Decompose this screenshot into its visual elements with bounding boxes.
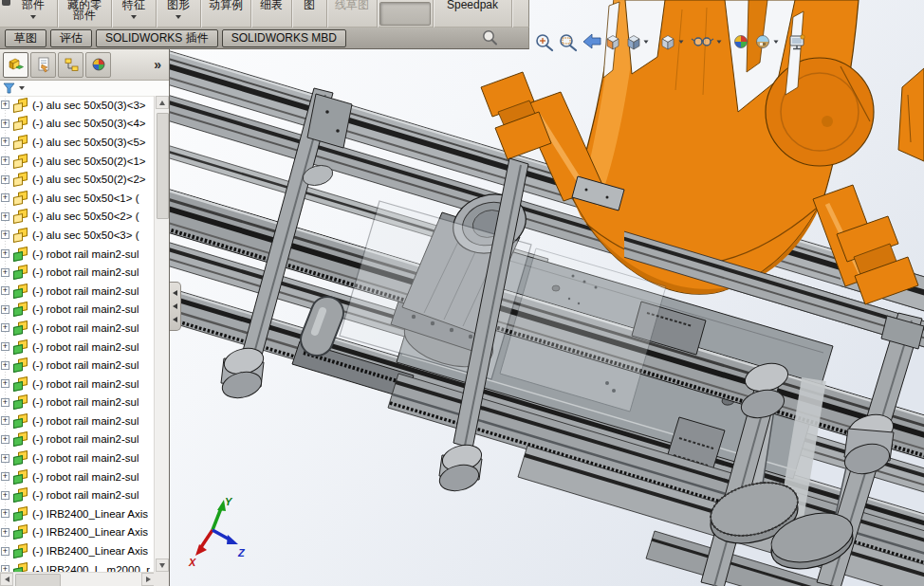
ribbon-button-exploded-view[interactable]: 图 <box>294 0 324 27</box>
tree-item[interactable]: +(-) alu sec 50x50(2)<1> <box>0 152 155 171</box>
tree-item[interactable]: +(-) robot rail main2-sul <box>0 412 155 430</box>
tree-item[interactable]: +(-) robot rail main2-sul <box>0 375 155 394</box>
expand-toggle[interactable]: + <box>1 342 9 351</box>
displaymanager-icon <box>90 56 107 73</box>
tree-item[interactable]: +(-) robot rail main2-sul <box>0 356 155 375</box>
expand-toggle[interactable]: + <box>1 379 9 388</box>
expand-toggle[interactable]: + <box>1 454 9 463</box>
tree-item[interactable]: +(-) IRB2400_Linear Axis <box>0 523 155 542</box>
tree-item[interactable]: +(-) robot rail main2-sul <box>0 467 155 486</box>
edit-appearance-icon[interactable] <box>735 36 748 48</box>
chevron-down-icon[interactable] <box>19 86 25 90</box>
horizontal-scroll-thumb[interactable] <box>15 574 61 586</box>
tree-item-label: (-) robot rail main2-sul <box>32 248 139 260</box>
scroll-down-button[interactable] <box>156 559 169 572</box>
expand-toggle[interactable]: + <box>1 547 9 556</box>
ribbon-button-assembly-features[interactable]: 特征 <box>114 0 154 27</box>
expand-toggle[interactable]: + <box>1 361 9 370</box>
instant3d-button[interactable] <box>379 2 431 26</box>
expand-toggle[interactable]: + <box>1 101 9 109</box>
tree-item[interactable]: +(-) alu sec 50x50(3)<4> <box>0 115 155 134</box>
expand-toggle[interactable]: + <box>1 212 9 221</box>
expand-toggle[interactable]: + <box>1 137 9 146</box>
vertical-scroll-thumb[interactable] <box>157 113 169 219</box>
tree-item[interactable]: +(-) robot rail main2-sul <box>0 394 155 412</box>
tree-item[interactable]: +(-) robot rail main2-sul <box>0 319 155 338</box>
panel-splitter-tab[interactable] <box>170 282 181 331</box>
commandmanager-tab-strip: 草图 评估 SOLIDWORKS 插件 SOLIDWORKS MBD <box>0 27 529 49</box>
tab-sketch[interactable]: 草图 <box>5 29 46 47</box>
tree-item[interactable]: +(-) robot rail main2-sul <box>0 449 155 467</box>
tree-item[interactable]: +(-) robot rail main2-sul <box>0 301 155 320</box>
scroll-right-button[interactable] <box>141 573 155 586</box>
section-view-icon[interactable] <box>607 36 619 50</box>
ribbon-button-hidden-components[interactable]: 藏的零 部件 <box>60 0 109 27</box>
tree-item[interactable]: +(-) alu sec 50x50<1> ( <box>0 189 155 208</box>
tree-item[interactable]: +(-) robot rail main2-sul <box>0 245 155 264</box>
scroll-left-button[interactable] <box>0 573 13 586</box>
ribbon-button-reference-geometry[interactable]: 图形 <box>158 0 198 27</box>
assembly-icon <box>12 506 29 522</box>
expand-toggle[interactable]: + <box>1 249 9 258</box>
tree-item[interactable]: +(-) alu sec 50x50(3)<5> <box>0 133 155 152</box>
ribbon-button-motion-study[interactable]: 动算例 <box>203 0 249 27</box>
magnifier-icon[interactable] <box>482 29 498 46</box>
chevron-down-icon[interactable] <box>176 15 181 19</box>
ribbon-separator <box>326 0 327 27</box>
ribbon-button-label: 图形 <box>167 0 190 10</box>
expand-toggle[interactable]: + <box>1 268 9 277</box>
featuremanager-tree-icon <box>8 56 25 73</box>
ribbon-button-bom[interactable]: 细表 <box>253 0 289 27</box>
expand-toggle[interactable]: + <box>1 119 9 128</box>
assembly-icon <box>12 562 29 572</box>
expand-toggle[interactable]: + <box>1 491 9 500</box>
tree-item-label: (-) robot rail main2-sul <box>32 303 139 315</box>
expand-toggle[interactable]: + <box>1 565 9 572</box>
expand-toggle[interactable]: + <box>1 286 9 295</box>
panel-tab-bar: » <box>0 49 169 81</box>
tree-item[interactable]: +(-) robot rail main2-sul <box>0 263 155 282</box>
ribbon-button-speedpak[interactable]: Speedpak <box>435 0 509 27</box>
ribbon-button-components[interactable]: 部件 <box>11 0 55 27</box>
tab-solidworks-addins[interactable]: SOLIDWORKS 插件 <box>96 29 218 47</box>
expand-toggle[interactable]: + <box>1 472 9 481</box>
tree-item[interactable]: +(-) alu sec 50x50(2)<2> <box>0 170 155 189</box>
expand-toggle[interactable]: + <box>1 398 9 407</box>
expand-toggle[interactable]: + <box>1 305 9 314</box>
tree-item[interactable]: +(-) robot rail main2-sul <box>0 338 155 357</box>
scroll-up-button[interactable] <box>156 96 169 109</box>
expand-toggle[interactable]: + <box>1 175 9 184</box>
tree-item[interactable]: +(-) IRB2400_L_m2000_r <box>0 560 155 572</box>
chevron-down-icon[interactable] <box>30 15 36 19</box>
tree-item[interactable]: +(-) alu sec 50x50(3)<3> <box>0 96 155 115</box>
tree-item-label: (-) IRB2400_Linear Axis <box>32 526 148 538</box>
tree-item[interactable]: +(-) robot rail main2-sul <box>0 485 155 504</box>
expand-toggle[interactable]: + <box>1 193 9 202</box>
ribbon-button-label-line2: 部件 <box>73 10 96 21</box>
tree-item[interactable]: +(-) IRB2400_Linear Axis <box>0 504 155 523</box>
chevron-down-icon[interactable] <box>131 15 137 19</box>
configurationmanager-tab[interactable] <box>58 52 83 78</box>
expand-toggle[interactable]: + <box>1 230 9 239</box>
tree-horizontal-scrollbar[interactable] <box>0 572 155 586</box>
tree-filter-row[interactable] <box>0 81 169 97</box>
tree-item[interactable]: +(-) robot rail main2-sul <box>0 282 155 301</box>
expand-toggle[interactable]: + <box>1 323 9 332</box>
tree-item-label: (-) robot rail main2-sul <box>32 359 139 371</box>
tree-item[interactable]: +(-) alu sec 50x50<3> ( <box>0 226 155 245</box>
expand-toggle[interactable]: + <box>1 156 9 165</box>
tab-evaluate[interactable]: 评估 <box>50 29 92 47</box>
tree-vertical-scrollbar[interactable] <box>154 96 169 572</box>
expand-toggle[interactable]: + <box>1 509 9 518</box>
expand-toggle[interactable]: + <box>1 435 9 444</box>
tab-solidworks-mbd[interactable]: SOLIDWORKS MBD <box>222 29 346 47</box>
tree-item[interactable]: +(-) robot rail main2-sul <box>0 430 155 449</box>
tree-item[interactable]: +(-) IRB2400_Linear Axis <box>0 541 155 560</box>
displaymanager-tab[interactable] <box>85 52 111 78</box>
tree-item[interactable]: +(-) alu sec 50x50<2> ( <box>0 208 155 227</box>
expand-toggle[interactable]: + <box>1 528 9 537</box>
propertymanager-tab[interactable] <box>30 52 56 78</box>
panel-overflow-chevron[interactable]: » <box>154 57 166 72</box>
featuremanager-tree-tab[interactable] <box>3 52 28 78</box>
expand-toggle[interactable]: + <box>1 416 9 425</box>
